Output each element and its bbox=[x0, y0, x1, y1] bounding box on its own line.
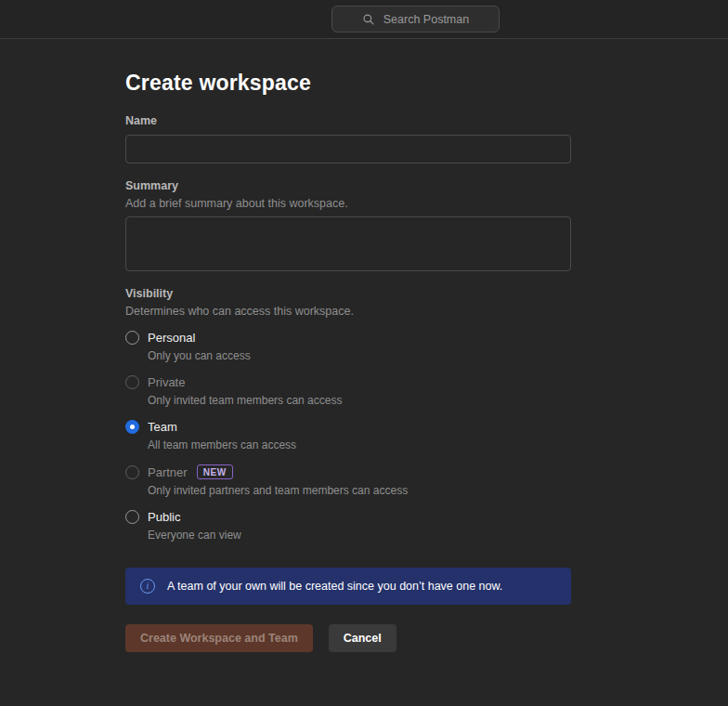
search-icon bbox=[362, 13, 375, 26]
visibility-option-public[interactable]: Public Everyone can view bbox=[125, 509, 571, 543]
summary-label: Summary bbox=[125, 178, 571, 193]
summary-field-group: Summary Add a brief summary about this w… bbox=[125, 178, 571, 271]
action-buttons: Create Workspace and Team Cancel bbox=[125, 624, 571, 652]
search-input[interactable]: Search Postman bbox=[332, 6, 500, 33]
visibility-label: Visibility bbox=[125, 286, 571, 301]
radio-unselected-icon[interactable] bbox=[125, 510, 139, 524]
option-description: Only you can access bbox=[148, 349, 571, 363]
summary-textarea[interactable] bbox=[125, 216, 571, 271]
name-input[interactable] bbox=[125, 135, 571, 163]
option-description: Everyone can view bbox=[148, 529, 571, 543]
create-workspace-form: Create workspace Name Summary Add a brie… bbox=[125, 71, 571, 652]
visibility-field-group: Visibility Determines who can access thi… bbox=[125, 286, 571, 543]
banner-text: A team of your own will be created since… bbox=[167, 579, 502, 594]
option-label: Partner bbox=[148, 465, 188, 479]
radio-disabled-icon bbox=[125, 375, 139, 389]
radio-selected-icon[interactable] bbox=[125, 420, 139, 434]
option-label: Private bbox=[148, 374, 185, 390]
option-description: Only invited partners and team members c… bbox=[148, 484, 571, 498]
create-workspace-and-team-button[interactable]: Create Workspace and Team bbox=[125, 624, 313, 652]
option-label: Personal bbox=[148, 330, 195, 346]
visibility-description: Determines who can access this workspace… bbox=[125, 304, 571, 319]
top-bar: Search Postman bbox=[0, 0, 728, 39]
summary-description: Add a brief summary about this workspace… bbox=[125, 196, 571, 211]
cancel-button[interactable]: Cancel bbox=[329, 624, 396, 652]
radio-disabled-icon bbox=[125, 465, 139, 479]
radio-unselected-icon[interactable] bbox=[125, 331, 139, 345]
info-icon: i bbox=[140, 579, 155, 594]
visibility-options: Personal Only you can access Private Onl… bbox=[125, 330, 571, 543]
new-badge: NEW bbox=[197, 464, 233, 479]
visibility-option-partner: PartnerNEW Only invited partners and tea… bbox=[125, 464, 571, 498]
page-title: Create workspace bbox=[125, 71, 571, 96]
visibility-option-personal[interactable]: Personal Only you can access bbox=[125, 330, 571, 363]
option-label: Public bbox=[148, 509, 180, 525]
visibility-option-team[interactable]: Team All team members can access bbox=[125, 419, 571, 452]
team-info-banner: i A team of your own will be created sin… bbox=[125, 568, 571, 605]
visibility-option-private: Private Only invited team members can ac… bbox=[125, 374, 571, 408]
option-description: Only invited team members can access bbox=[148, 394, 571, 408]
name-label: Name bbox=[125, 113, 571, 128]
search-placeholder: Search Postman bbox=[384, 13, 469, 26]
option-label: Team bbox=[148, 419, 177, 435]
name-field-group: Name bbox=[125, 113, 571, 163]
option-description: All team members can access bbox=[148, 438, 571, 452]
